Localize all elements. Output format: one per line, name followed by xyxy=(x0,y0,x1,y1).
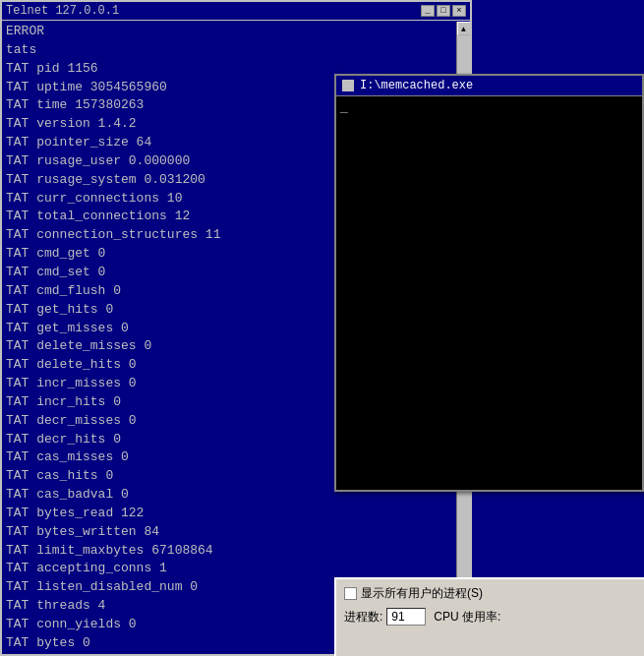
process-count-item: 进程数: 91 xyxy=(344,608,426,626)
window-icon xyxy=(342,80,354,91)
minimize-button[interactable]: _ xyxy=(421,5,435,17)
secondary-content: _ xyxy=(336,96,642,487)
titlebar-buttons: _ □ × xyxy=(421,5,466,17)
scroll-up-button[interactable]: ▲ xyxy=(457,22,471,35)
terminal-line: tats xyxy=(6,41,466,60)
secondary-window: I:\memcached.exe _ xyxy=(334,74,644,492)
secondary-titlebar: I:\memcached.exe xyxy=(336,76,642,96)
process-count-value: 91 xyxy=(386,608,426,626)
terminal-line: ERROR xyxy=(6,23,466,41)
bottom-panel: 显示所有用户的进程(S) 进程数: 91 CPU 使用率: xyxy=(334,577,644,656)
secondary-title: I:\memcached.exe xyxy=(360,79,473,92)
show-all-users-checkbox-label[interactable]: 显示所有用户的进程(S) xyxy=(344,585,483,602)
terminal-line: TAT limit_maxbytes 67108864 xyxy=(6,542,466,561)
process-count-label: 进程数: xyxy=(344,609,382,626)
secondary-cursor: _ xyxy=(340,100,348,115)
main-terminal-titlebar: Telnet 127.0.0.1 _ □ × xyxy=(2,2,470,21)
cpu-usage-label: CPU 使用率: xyxy=(434,609,500,626)
main-terminal-title: Telnet 127.0.0.1 xyxy=(6,4,119,18)
close-button[interactable]: × xyxy=(452,5,466,17)
terminal-line: TAT accepting_conns 1 xyxy=(6,560,466,578)
show-all-users-checkbox[interactable] xyxy=(344,587,357,600)
bottom-panel-row1: 显示所有用户的进程(S) xyxy=(344,585,636,602)
cpu-usage-item: CPU 使用率: xyxy=(434,609,500,626)
show-all-users-label: 显示所有用户的进程(S) xyxy=(361,585,483,602)
maximize-button[interactable]: □ xyxy=(437,5,450,17)
terminal-line: TAT bytes_written 84 xyxy=(6,523,466,542)
terminal-line: TAT bytes_read 122 xyxy=(6,505,466,523)
bottom-panel-row2: 进程数: 91 CPU 使用率: xyxy=(344,608,636,626)
